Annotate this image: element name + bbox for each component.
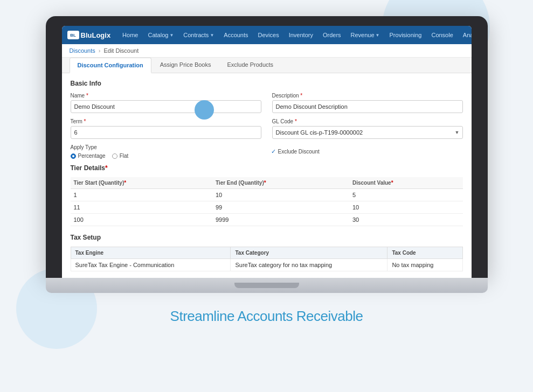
tab-discount-configuration[interactable]: Discount Configuration — [70, 58, 151, 73]
apply-type-group: Apply Type Percentage Flat — [71, 144, 262, 159]
app-screen: BL BluLogix Home Catalog ▼ Contracts ▼ A… — [62, 26, 472, 278]
tabs-bar: Discount Configuration Assign Price Book… — [62, 58, 472, 73]
name-group: Name * — [71, 93, 261, 113]
contracts-dropdown-icon: ▼ — [210, 33, 214, 38]
tier-required-star: * — [105, 164, 108, 172]
tax-table: Tax Engine Tax Category Tax Code SureTax… — [71, 247, 463, 271]
nav-accounts[interactable]: Accounts — [219, 30, 252, 40]
description-input[interactable] — [272, 100, 463, 113]
percentage-label: Percentage — [78, 153, 106, 159]
tier-value-header: Discount Value* — [349, 177, 463, 189]
logo-icon: BL — [67, 31, 79, 39]
nav-console[interactable]: Console — [427, 30, 457, 40]
table-row: 100 9999 30 — [71, 214, 463, 226]
name-input[interactable] — [71, 100, 261, 113]
tier-start-1: 1 — [71, 189, 212, 201]
breadcrumb-edit-discount: Edit Discount — [103, 47, 139, 54]
percentage-radio-dot — [71, 153, 76, 159]
tax-engine-header: Tax Engine — [71, 247, 231, 259]
tier-end-header: Tier End (Quantity)* — [212, 177, 349, 189]
name-description-row: Name * Description * — [71, 93, 463, 113]
tier-value-2: 10 — [349, 201, 463, 214]
nav-provisioning[interactable]: Provisioning — [385, 30, 426, 40]
glcode-select-wrapper: Discount GL cis-p-T199-0000002 ▼ — [272, 126, 463, 139]
tier-end-1: 10 — [212, 189, 349, 201]
tax-setup-title: Tax Setup — [71, 234, 463, 241]
tier-end-3: 9999 — [212, 214, 349, 226]
term-label: Term * — [71, 118, 261, 124]
tier-value-1: 5 — [349, 189, 463, 201]
tab-assign-price-books[interactable]: Assign Price Books — [153, 58, 219, 73]
table-row: 11 99 10 — [71, 201, 463, 214]
glcode-select[interactable]: Discount GL cis-p-T199-0000002 — [272, 126, 463, 139]
name-label: Name * — [71, 93, 261, 99]
tier-table-header: Tier Start (Quantity)* Tier End (Quantit… — [71, 177, 463, 189]
content-area: Basic Info Name * Description * — [62, 73, 472, 278]
tax-engine-value: SureTax Tax Engine - Communication — [71, 259, 231, 271]
name-required-star: * — [86, 93, 88, 99]
catalog-dropdown-icon: ▼ — [169, 33, 174, 38]
tier-start-2: 11 — [71, 201, 212, 214]
nav-devices[interactable]: Devices — [254, 30, 283, 40]
app-logo: BL BluLogix — [67, 31, 111, 39]
nav-inventory[interactable]: Inventory — [285, 30, 317, 40]
breadcrumb-discounts[interactable]: Discounts — [70, 47, 95, 54]
exclude-discount-group: ✓ Exclude Discount — [271, 148, 463, 155]
tab-exclude-products[interactable]: Exclude Products — [219, 58, 281, 73]
desc-required-star: * — [300, 93, 302, 99]
tax-code-header: Tax Code — [387, 247, 462, 259]
tax-category-value: SureTax category for no tax mapping — [231, 259, 387, 271]
description-label: Description * — [272, 93, 463, 99]
laptop-container: BL BluLogix Home Catalog ▼ Contracts ▼ A… — [46, 16, 488, 293]
radio-percentage[interactable]: Percentage — [71, 153, 106, 159]
tier-value-3: 30 — [349, 214, 463, 226]
tax-table-header: Tax Engine Tax Category Tax Code — [71, 247, 462, 259]
glcode-label: GL Code * — [272, 118, 463, 124]
breadcrumb: Discounts › Edit Discount — [62, 44, 472, 58]
tier-end-2: 99 — [212, 201, 349, 214]
laptop-notch — [234, 283, 299, 288]
term-group: Term * — [71, 118, 261, 139]
nav-catalog[interactable]: Catalog ▼ — [143, 30, 178, 40]
tier-details-title: Tier Details* — [71, 164, 463, 172]
nav-orders[interactable]: Orders — [319, 30, 345, 40]
nav-contracts[interactable]: Contracts ▼ — [179, 30, 218, 40]
breadcrumb-separator: › — [99, 47, 101, 54]
description-group: Description * — [272, 93, 463, 113]
term-required-star: * — [84, 118, 86, 124]
nav-home[interactable]: Home — [118, 30, 142, 40]
glcode-group: GL Code * Discount GL cis-p-T199-0000002… — [272, 118, 463, 139]
apply-type-row: Apply Type Percentage Flat — [71, 144, 463, 159]
basic-info-title: Basic Info — [71, 80, 463, 87]
flat-radio-dot — [112, 153, 117, 159]
nav-revenue[interactable]: Revenue ▼ — [347, 30, 384, 40]
term-input[interactable] — [71, 126, 261, 139]
avatar — [195, 100, 214, 120]
apply-type-label: Apply Type — [71, 144, 262, 150]
laptop-base — [46, 278, 488, 293]
tier-start-header: Tier Start (Quantity)* — [71, 177, 212, 189]
exclude-discount-checkbox[interactable]: ✓ Exclude Discount — [271, 148, 320, 155]
glcode-required-star: * — [295, 118, 297, 124]
term-glcode-row: Term * GL Code * Discount GL cis-p-T199-… — [71, 118, 463, 139]
tax-row: SureTax Tax Engine - Communication SureT… — [71, 259, 462, 271]
table-row: 1 10 5 — [71, 189, 463, 201]
tier-details-section: Tier Details* Tier Start (Quantity)* Tie… — [71, 164, 463, 226]
tier-start-3: 100 — [71, 214, 212, 226]
checkmark-icon: ✓ — [271, 148, 276, 155]
tax-category-header: Tax Category — [231, 247, 387, 259]
flat-label: Flat — [120, 153, 129, 159]
apply-type-radios: Percentage Flat — [71, 153, 262, 159]
laptop-screen: BL BluLogix Home Catalog ▼ Contracts ▼ A… — [46, 16, 488, 278]
tier-table: Tier Start (Quantity)* Tier End (Quantit… — [71, 177, 463, 226]
logo-text: BluLogix — [81, 31, 111, 39]
tax-setup-section: Tax Setup Tax Engine Tax Category Tax Co… — [71, 234, 463, 271]
tax-code-value: No tax mapping — [387, 259, 462, 271]
app-navbar: BL BluLogix Home Catalog ▼ Contracts ▼ A… — [62, 26, 472, 44]
exclude-discount-label: Exclude Discount — [278, 149, 320, 155]
radio-flat[interactable]: Flat — [112, 153, 129, 159]
nav-analytics[interactable]: Analytics ▼ — [459, 30, 472, 40]
revenue-dropdown-icon: ▼ — [376, 33, 380, 38]
